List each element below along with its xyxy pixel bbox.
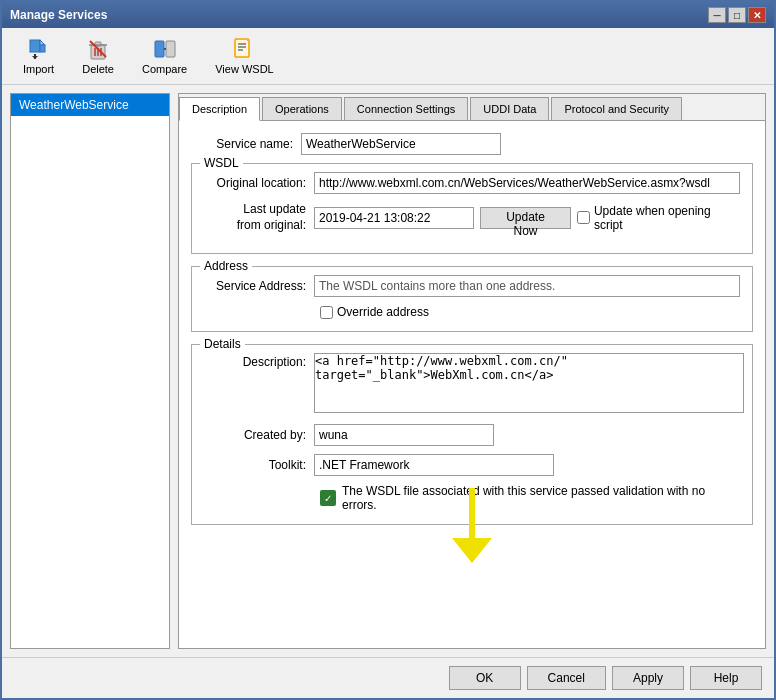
details-group: Details Description: <a href="http://www…	[191, 344, 753, 525]
created-by-input[interactable]	[314, 424, 494, 446]
svg-rect-2	[40, 45, 45, 52]
ok-button[interactable]: OK	[449, 666, 521, 690]
apply-button[interactable]: Apply	[612, 666, 684, 690]
svg-rect-15	[235, 39, 249, 57]
wsdl-group: WSDL Original location: Last update from…	[191, 163, 753, 254]
delete-label: Delete	[82, 63, 114, 75]
created-by-label: Created by:	[204, 428, 314, 442]
minimize-button[interactable]: ─	[708, 7, 726, 23]
description-row: Description: <a href="http://www.webxml.…	[204, 353, 740, 416]
tab-operations[interactable]: Operations	[262, 97, 342, 120]
description-textarea[interactable]: <a href="http://www.webxml.com.cn/" targ…	[314, 353, 744, 413]
view-wsdl-button[interactable]: View WSDL	[202, 32, 286, 80]
details-group-label: Details	[200, 337, 245, 351]
service-address-label: Service Address:	[204, 279, 314, 293]
import-icon	[27, 37, 51, 61]
toolbar: Import Delete	[2, 28, 774, 85]
tab-protocol-and-security[interactable]: Protocol and Security	[551, 97, 682, 120]
service-name-row: Service name:	[191, 133, 753, 155]
svg-rect-12	[155, 41, 164, 57]
created-by-row: Created by:	[204, 424, 740, 446]
maximize-button[interactable]: □	[728, 7, 746, 23]
main-panel: Description Operations Connection Settin…	[178, 93, 766, 649]
delete-button[interactable]: Delete	[69, 32, 127, 80]
content-wrapper: Description Operations Connection Settin…	[178, 93, 766, 649]
service-name-input[interactable]	[301, 133, 501, 155]
tab-content-description: Service name: WSDL Original location: La…	[179, 121, 765, 648]
update-when-row: Update when opening script	[577, 204, 740, 232]
tab-connection-settings[interactable]: Connection Settings	[344, 97, 468, 120]
manage-services-window: Manage Services ─ □ ✕ Import	[0, 0, 776, 700]
sidebar-item-label: WeatherWebService	[19, 98, 129, 112]
original-location-row: Original location:	[204, 172, 740, 194]
import-button[interactable]: Import	[10, 32, 67, 80]
service-address-input[interactable]	[314, 275, 740, 297]
address-group: Address Service Address: Override addres…	[191, 266, 753, 332]
title-bar: Manage Services ─ □ ✕	[2, 2, 774, 28]
service-name-label: Service name:	[191, 137, 301, 151]
sidebar-item-weatherwebservice[interactable]: WeatherWebService	[11, 94, 169, 116]
delete-icon	[86, 37, 110, 61]
main-content: WeatherWebService Description Operations…	[2, 85, 774, 657]
title-bar-controls: ─ □ ✕	[708, 7, 766, 23]
svg-marker-1	[40, 40, 45, 45]
close-button[interactable]: ✕	[748, 7, 766, 23]
svg-rect-13	[166, 41, 175, 57]
last-update-label: Last update from original:	[204, 202, 314, 233]
service-address-row: Service Address:	[204, 275, 740, 297]
override-label: Override address	[337, 305, 429, 319]
validation-text: The WSDL file associated with this servi…	[342, 484, 740, 512]
svg-rect-0	[30, 40, 40, 52]
compare-label: Compare	[142, 63, 187, 75]
update-when-checkbox[interactable]	[577, 211, 590, 224]
svg-marker-4	[32, 56, 38, 59]
tab-bar: Description Operations Connection Settin…	[179, 94, 765, 121]
view-wsdl-label: View WSDL	[215, 63, 273, 75]
wsdl-group-label: WSDL	[200, 156, 243, 170]
original-location-input[interactable]	[314, 172, 740, 194]
tab-uddi-data[interactable]: UDDI Data	[470, 97, 549, 120]
compare-icon	[153, 37, 177, 61]
footer: OK Cancel Apply Help	[2, 657, 774, 698]
help-button[interactable]: Help	[690, 666, 762, 690]
toolkit-row: Toolkit:	[204, 454, 740, 476]
cancel-button[interactable]: Cancel	[527, 666, 606, 690]
toolkit-input[interactable]	[314, 454, 554, 476]
last-update-row: Last update from original: Update Now Up…	[204, 202, 740, 233]
override-checkbox[interactable]	[320, 306, 333, 319]
description-label: Description:	[204, 355, 314, 369]
compare-button[interactable]: Compare	[129, 32, 200, 80]
sidebar: WeatherWebService	[10, 93, 170, 649]
update-now-button[interactable]: Update Now	[480, 207, 571, 229]
address-group-label: Address	[200, 259, 252, 273]
view-wsdl-icon	[232, 37, 256, 61]
update-when-label: Update when opening script	[594, 204, 740, 232]
toolkit-label: Toolkit:	[204, 458, 314, 472]
validation-icon: ✓	[320, 490, 336, 506]
original-location-label: Original location:	[204, 176, 314, 190]
tab-description[interactable]: Description	[179, 97, 260, 121]
validation-row: ✓ The WSDL file associated with this ser…	[320, 484, 740, 512]
import-label: Import	[23, 63, 54, 75]
override-row: Override address	[320, 305, 740, 319]
last-update-input[interactable]	[314, 207, 474, 229]
description-wrapper: <a href="http://www.webxml.com.cn/" targ…	[314, 353, 744, 416]
window-title: Manage Services	[10, 8, 107, 22]
